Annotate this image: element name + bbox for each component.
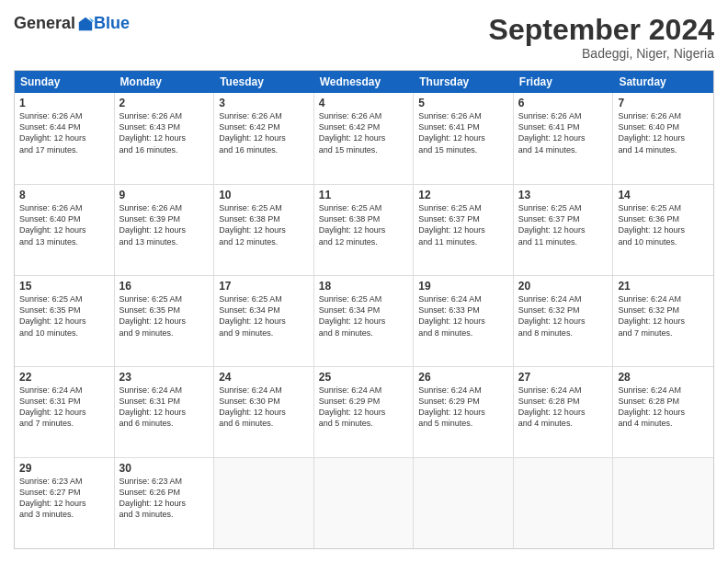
day-num-5: 5 bbox=[418, 97, 508, 109]
day-info-24: Sunrise: 6:24 AMSunset: 6:30 PMDaylight:… bbox=[219, 385, 309, 430]
calendar-body: 1 Sunrise: 6:26 AMSunset: 6:44 PMDayligh… bbox=[15, 93, 713, 548]
header-thursday: Thursday bbox=[414, 71, 514, 93]
day-num-15: 15 bbox=[19, 280, 109, 293]
day-num-27: 27 bbox=[518, 371, 609, 384]
day-info-21: Sunrise: 6:24 AMSunset: 6:32 PMDaylight:… bbox=[618, 293, 709, 339]
day-num-1: 1 bbox=[19, 97, 109, 109]
day-num-19: 19 bbox=[418, 280, 508, 293]
day-num-29: 29 bbox=[19, 462, 109, 475]
day-18: 18 Sunrise: 6:25 AMSunset: 6:34 PMDaylig… bbox=[314, 276, 415, 366]
day-13: 13 Sunrise: 6:25 AMSunset: 6:37 PMDaylig… bbox=[514, 185, 614, 275]
day-num-7: 7 bbox=[618, 97, 709, 109]
day-info-7: Sunrise: 6:26 AMSunset: 6:40 PMDaylight:… bbox=[618, 110, 709, 155]
day-num-12: 12 bbox=[418, 189, 508, 201]
day-11: 11 Sunrise: 6:25 AMSunset: 6:38 PMDaylig… bbox=[314, 185, 415, 275]
day-info-6: Sunrise: 6:26 AMSunset: 6:41 PMDaylight:… bbox=[518, 110, 609, 155]
title-section: September 2024 Badeggi, Niger, Nigeria bbox=[489, 14, 714, 61]
header-sunday: Sunday bbox=[15, 71, 115, 93]
day-num-22: 22 bbox=[19, 371, 109, 384]
empty-4 bbox=[514, 458, 614, 548]
day-num-16: 16 bbox=[119, 280, 210, 293]
day-info-15: Sunrise: 6:25 AMSunset: 6:35 PMDaylight:… bbox=[19, 293, 109, 339]
day-15: 15 Sunrise: 6:25 AMSunset: 6:35 PMDaylig… bbox=[15, 276, 115, 366]
day-num-28: 28 bbox=[618, 371, 709, 384]
day-num-26: 26 bbox=[418, 371, 508, 384]
day-num-11: 11 bbox=[319, 189, 409, 201]
day-8: 8 Sunrise: 6:26 AMSunset: 6:40 PMDayligh… bbox=[15, 185, 115, 275]
day-6: 6 Sunrise: 6:26 AMSunset: 6:41 PMDayligh… bbox=[514, 93, 614, 184]
day-14: 14 Sunrise: 6:25 AMSunset: 6:36 PMDaylig… bbox=[613, 185, 713, 275]
day-5: 5 Sunrise: 6:26 AMSunset: 6:41 PMDayligh… bbox=[414, 93, 514, 184]
day-num-9: 9 bbox=[119, 189, 210, 201]
day-num-2: 2 bbox=[119, 97, 210, 109]
day-30: 30 Sunrise: 6:23 AMSunset: 6:26 PMDaylig… bbox=[115, 458, 215, 548]
day-info-5: Sunrise: 6:26 AMSunset: 6:41 PMDaylight:… bbox=[418, 110, 508, 155]
day-info-4: Sunrise: 6:26 AMSunset: 6:42 PMDaylight:… bbox=[319, 110, 409, 155]
day-info-1: Sunrise: 6:26 AMSunset: 6:44 PMDaylight:… bbox=[19, 110, 109, 155]
day-1: 1 Sunrise: 6:26 AMSunset: 6:44 PMDayligh… bbox=[15, 93, 115, 184]
location: Badeggi, Niger, Nigeria bbox=[489, 46, 714, 61]
day-info-17: Sunrise: 6:25 AMSunset: 6:34 PMDaylight:… bbox=[219, 293, 309, 339]
day-20: 20 Sunrise: 6:24 AMSunset: 6:32 PMDaylig… bbox=[514, 276, 614, 366]
week-1: 1 Sunrise: 6:26 AMSunset: 6:44 PMDayligh… bbox=[15, 93, 713, 184]
day-num-21: 21 bbox=[618, 280, 709, 293]
day-info-13: Sunrise: 6:25 AMSunset: 6:37 PMDaylight:… bbox=[518, 202, 609, 247]
empty-1 bbox=[214, 458, 314, 548]
week-2: 8 Sunrise: 6:26 AMSunset: 6:40 PMDayligh… bbox=[15, 184, 713, 275]
day-num-25: 25 bbox=[319, 371, 409, 384]
logo-blue-text: Blue bbox=[94, 14, 130, 33]
day-info-19: Sunrise: 6:24 AMSunset: 6:33 PMDaylight:… bbox=[418, 293, 508, 339]
day-num-20: 20 bbox=[518, 280, 609, 293]
header-monday: Monday bbox=[115, 71, 215, 93]
day-num-10: 10 bbox=[219, 189, 309, 201]
day-2: 2 Sunrise: 6:26 AMSunset: 6:43 PMDayligh… bbox=[115, 93, 215, 184]
day-num-14: 14 bbox=[618, 189, 709, 201]
header: General Blue September 2024 Badeggi, Nig… bbox=[14, 14, 714, 61]
day-info-23: Sunrise: 6:24 AMSunset: 6:31 PMDaylight:… bbox=[119, 385, 210, 430]
day-num-6: 6 bbox=[518, 97, 609, 109]
day-num-3: 3 bbox=[219, 97, 309, 109]
day-num-8: 8 bbox=[19, 189, 109, 201]
day-num-23: 23 bbox=[119, 371, 210, 384]
day-info-11: Sunrise: 6:25 AMSunset: 6:38 PMDaylight:… bbox=[319, 202, 409, 247]
day-num-4: 4 bbox=[319, 97, 409, 109]
day-info-2: Sunrise: 6:26 AMSunset: 6:43 PMDaylight:… bbox=[119, 110, 210, 155]
header-wednesday: Wednesday bbox=[314, 71, 415, 93]
day-info-30: Sunrise: 6:23 AMSunset: 6:26 PMDaylight:… bbox=[119, 476, 210, 521]
day-info-28: Sunrise: 6:24 AMSunset: 6:28 PMDaylight:… bbox=[618, 385, 709, 430]
day-12: 12 Sunrise: 6:25 AMSunset: 6:37 PMDaylig… bbox=[414, 185, 514, 275]
day-7: 7 Sunrise: 6:26 AMSunset: 6:40 PMDayligh… bbox=[613, 93, 713, 184]
day-3: 3 Sunrise: 6:26 AMSunset: 6:42 PMDayligh… bbox=[214, 93, 314, 184]
empty-5 bbox=[613, 458, 713, 548]
day-17: 17 Sunrise: 6:25 AMSunset: 6:34 PMDaylig… bbox=[214, 276, 314, 366]
day-19: 19 Sunrise: 6:24 AMSunset: 6:33 PMDaylig… bbox=[414, 276, 514, 366]
week-3: 15 Sunrise: 6:25 AMSunset: 6:35 PMDaylig… bbox=[15, 275, 713, 366]
day-info-14: Sunrise: 6:25 AMSunset: 6:36 PMDaylight:… bbox=[618, 202, 709, 247]
day-27: 27 Sunrise: 6:24 AMSunset: 6:28 PMDaylig… bbox=[514, 367, 614, 457]
day-info-26: Sunrise: 6:24 AMSunset: 6:29 PMDaylight:… bbox=[418, 385, 508, 430]
day-22: 22 Sunrise: 6:24 AMSunset: 6:31 PMDaylig… bbox=[15, 367, 115, 457]
day-25: 25 Sunrise: 6:24 AMSunset: 6:29 PMDaylig… bbox=[314, 367, 415, 457]
day-info-18: Sunrise: 6:25 AMSunset: 6:34 PMDaylight:… bbox=[319, 293, 409, 339]
day-info-9: Sunrise: 6:26 AMSunset: 6:39 PMDaylight:… bbox=[119, 202, 210, 247]
calendar: Sunday Monday Tuesday Wednesday Thursday… bbox=[14, 70, 714, 549]
empty-2 bbox=[314, 458, 415, 548]
day-24: 24 Sunrise: 6:24 AMSunset: 6:30 PMDaylig… bbox=[214, 367, 314, 457]
day-info-29: Sunrise: 6:23 AMSunset: 6:27 PMDaylight:… bbox=[19, 476, 109, 521]
day-23: 23 Sunrise: 6:24 AMSunset: 6:31 PMDaylig… bbox=[115, 367, 215, 457]
day-num-30: 30 bbox=[119, 462, 210, 475]
header-friday: Friday bbox=[514, 71, 614, 93]
day-info-22: Sunrise: 6:24 AMSunset: 6:31 PMDaylight:… bbox=[19, 385, 109, 430]
logo-icon bbox=[77, 16, 94, 32]
day-16: 16 Sunrise: 6:25 AMSunset: 6:35 PMDaylig… bbox=[115, 276, 215, 366]
day-num-18: 18 bbox=[319, 280, 409, 293]
day-num-24: 24 bbox=[219, 371, 309, 384]
header-tuesday: Tuesday bbox=[214, 71, 314, 93]
day-29: 29 Sunrise: 6:23 AMSunset: 6:27 PMDaylig… bbox=[15, 458, 115, 548]
week-4: 22 Sunrise: 6:24 AMSunset: 6:31 PMDaylig… bbox=[15, 366, 713, 457]
logo: General Blue bbox=[14, 14, 130, 33]
day-info-8: Sunrise: 6:26 AMSunset: 6:40 PMDaylight:… bbox=[19, 202, 109, 247]
day-info-16: Sunrise: 6:25 AMSunset: 6:35 PMDaylight:… bbox=[119, 293, 210, 339]
week-5: 29 Sunrise: 6:23 AMSunset: 6:27 PMDaylig… bbox=[15, 457, 713, 548]
day-num-13: 13 bbox=[518, 189, 609, 201]
